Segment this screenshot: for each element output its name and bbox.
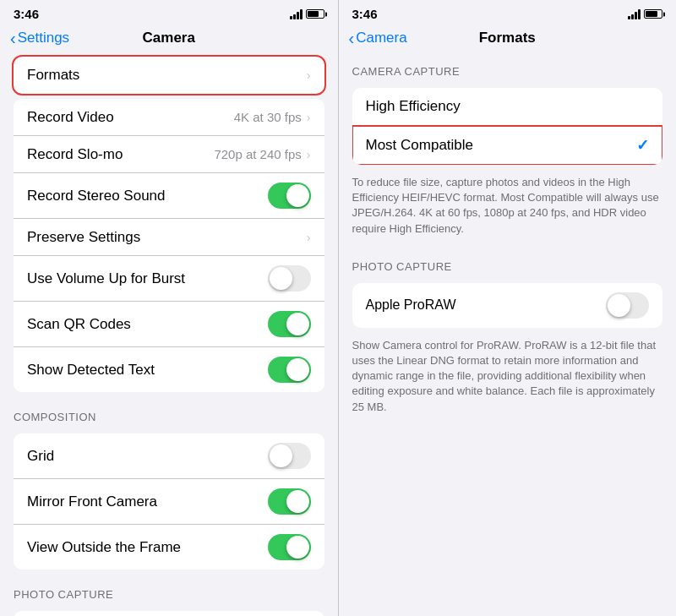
composition-header: Composition: [0, 397, 338, 428]
time-right: 3:46: [352, 7, 378, 21]
formats-highlighted-item[interactable]: Formats ›: [14, 57, 324, 94]
grid-toggle[interactable]: [268, 443, 311, 469]
list-item: Record Stereo Sound: [14, 173, 324, 219]
list-item: Mirror Front Camera: [14, 479, 324, 525]
list-item: Scene Detection: [14, 611, 324, 616]
record-slomo-right: 720p at 240 fps ›: [214, 147, 310, 161]
preserve-settings-right: ›: [307, 231, 311, 244]
status-icons-left: [290, 9, 324, 19]
scan-qr-toggle[interactable]: [268, 311, 311, 337]
record-stereo-toggle[interactable]: [268, 183, 311, 209]
preserve-settings-chevron-icon: ›: [307, 231, 311, 244]
camera-capture-section: High Efficiency Most Compatible ✓: [352, 88, 663, 165]
pro-raw-label: Apple ProRAW: [366, 297, 456, 313]
battery-icon-right: [644, 9, 662, 19]
settings-list-main: Record Video 4K at 30 fps › Record Slo-m…: [14, 99, 324, 392]
back-button-left[interactable]: ‹ Settings: [10, 30, 69, 46]
record-video-value: 4K at 30 fps: [234, 110, 302, 124]
list-item[interactable]: Preserve Settings ›: [14, 219, 324, 256]
back-label-right: Camera: [356, 30, 406, 46]
time-left: 3:46: [14, 7, 39, 21]
most-compatible-option[interactable]: Most Compatible ✓: [352, 126, 663, 165]
record-slomo-chevron-icon: ›: [307, 148, 311, 161]
page-title-left: Camera: [143, 30, 195, 46]
pro-raw-toggle[interactable]: [606, 292, 649, 319]
mirror-front-toggle[interactable]: [268, 488, 311, 515]
view-outside-toggle[interactable]: [268, 534, 311, 560]
photo-capture-list: Scene Detection: [14, 611, 324, 616]
high-efficiency-label: High Efficiency: [366, 98, 461, 115]
back-chevron-icon: ‹: [10, 30, 16, 46]
record-stereo-label: Record Stereo Sound: [27, 188, 166, 204]
show-text-toggle[interactable]: [268, 357, 311, 383]
status-icons-right: [628, 9, 662, 19]
volume-burst-label: Use Volume Up for Burst: [27, 270, 185, 287]
photo-capture-header-left: Photo Capture: [0, 575, 338, 606]
capture-footer: To reduce file size, capture photos and …: [339, 170, 677, 247]
show-text-label: Show Detected Text: [27, 362, 155, 379]
mirror-front-label: Mirror Front Camera: [27, 493, 157, 510]
formats-label: Formats: [27, 67, 79, 84]
most-compatible-label: Most Compatible: [366, 137, 474, 154]
left-panel: 3:46 ‹ Settings Camera Formats ›: [0, 0, 338, 616]
pro-raw-item: Apple ProRAW: [352, 283, 663, 328]
grid-label: Grid: [27, 448, 54, 465]
preserve-settings-label: Preserve Settings: [27, 229, 140, 246]
page-title-right: Formats: [479, 30, 536, 46]
formats-right: ›: [307, 68, 311, 82]
record-video-chevron-icon: ›: [307, 111, 311, 124]
list-item: View Outside the Frame: [14, 525, 324, 570]
back-label-left: Settings: [18, 30, 69, 46]
signal-icon: [290, 9, 303, 19]
back-chevron-icon-right: ‹: [349, 30, 355, 46]
record-slomo-value: 720p at 240 fps: [214, 147, 301, 161]
status-bar-left: 3:46: [0, 0, 338, 25]
record-video-right: 4K at 30 fps ›: [234, 110, 311, 124]
composition-list: Grid Mirror Front Camera View Outside th…: [14, 433, 324, 570]
back-button-right[interactable]: ‹ Camera: [349, 30, 407, 46]
battery-icon: [306, 9, 324, 19]
high-efficiency-option[interactable]: High Efficiency: [352, 88, 663, 126]
record-slomo-label: Record Slo-mo: [27, 146, 123, 163]
formats-chevron-icon: ›: [307, 68, 311, 82]
list-item: Use Volume Up for Burst: [14, 256, 324, 302]
nav-bar-right: ‹ Camera Formats: [339, 25, 677, 52]
status-bar-right: 3:46: [339, 0, 677, 25]
list-item: Grid: [14, 433, 324, 479]
checkmark-icon: ✓: [636, 136, 649, 155]
list-item: Show Detected Text: [14, 347, 324, 392]
view-outside-label: View Outside the Frame: [27, 539, 181, 556]
pro-raw-footer: Show Camera control for ProRAW. ProRAW i…: [339, 333, 677, 425]
photo-capture-header-right: Photo Capture: [339, 247, 677, 278]
list-item: Scan QR Codes: [14, 302, 324, 347]
right-panel: 3:46 ‹ Camera Formats Camera Capture Hig…: [339, 0, 677, 616]
record-video-label: Record Video: [27, 109, 114, 126]
list-item[interactable]: Record Video 4K at 30 fps ›: [14, 99, 324, 136]
scan-qr-label: Scan QR Codes: [27, 316, 131, 333]
pro-raw-section: Apple ProRAW: [352, 283, 663, 328]
camera-capture-header: Camera Capture: [339, 52, 677, 83]
nav-bar-left: ‹ Settings Camera: [0, 25, 338, 52]
signal-icon-right: [628, 9, 641, 19]
list-item[interactable]: Record Slo-mo 720p at 240 fps ›: [14, 136, 324, 173]
volume-burst-toggle[interactable]: [268, 265, 311, 292]
